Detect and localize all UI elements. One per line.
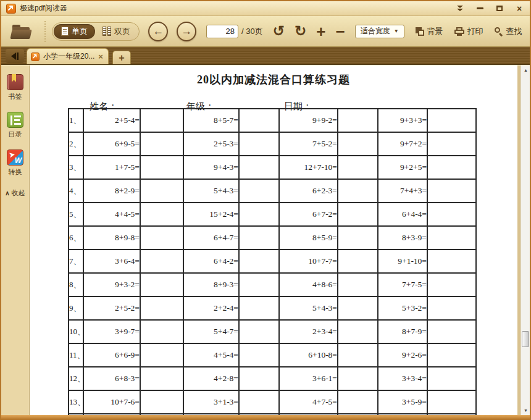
open-file-button[interactable] (11, 22, 32, 41)
answer-cell (239, 179, 279, 203)
problem-cell: 4+7-5= (279, 390, 338, 414)
table-row: 10、3+9-7=5+4-7=2+3-4=8+7-9= (69, 320, 476, 343)
answer-cell (239, 367, 279, 390)
problem-cell: 3+3-4= (378, 367, 427, 390)
problem-cell (83, 414, 140, 415)
problem-cell: 9+2-6= (378, 343, 427, 367)
answer-cell (427, 320, 476, 343)
problem-cell: 3+6-4= (83, 250, 140, 273)
print-button[interactable]: 打印 (454, 26, 483, 37)
problem-cell: 3+6-1= (279, 367, 338, 390)
answer-cell (140, 320, 183, 343)
answer-cell (140, 296, 183, 320)
answer-cell (427, 156, 476, 179)
sidebar-item-label: 目录 (9, 130, 22, 139)
answer-cell (140, 226, 183, 250)
rotate-right-button[interactable]: ↻ (295, 24, 306, 38)
chevron-up-icon: ∧ (5, 190, 9, 196)
answer-cell (140, 179, 183, 203)
scroll-down-button[interactable]: ▼ (521, 406, 530, 415)
app-window: 极速pdf阅读器 × 单页 (0, 0, 531, 420)
previous-page-button[interactable]: ← (148, 22, 168, 41)
table-row: 9、2+5-2=2+2-4=5+4-3=5+3-2= (69, 296, 476, 320)
pdf-doc-icon (31, 52, 40, 61)
worksheet-table-body: 1、2+5-4=8+5-7=9+9-2=9+3+3=2、6+9-5=2+5-3=… (69, 109, 476, 415)
plus-icon: + (316, 23, 325, 40)
row-number: 11、 (69, 343, 83, 367)
table-row-partial (69, 414, 476, 415)
search-icon (495, 27, 503, 36)
table-row: 6、8+9-8=6+4-7=8+5-9=8+3-9= (69, 226, 476, 250)
answer-cell (338, 390, 378, 414)
pdf-page: 20以内加减法混合口算练习题 姓名： 年级： 日期： 1、2+5-4=8+5-7… (30, 65, 517, 415)
answer-cell (338, 320, 378, 343)
row-number: 3、 (69, 156, 83, 179)
answer-cell (427, 226, 476, 250)
new-tab-button[interactable]: + (112, 51, 131, 64)
row-number: 1、 (69, 109, 83, 132)
zoom-out-button[interactable]: − (335, 23, 345, 40)
sidebar-collapse-control[interactable]: ∧ 收起 (5, 188, 25, 198)
problem-cell: 6+7-2= (279, 203, 338, 226)
problem-cell: 9+2+5= (378, 156, 427, 179)
row-number: 10、 (69, 320, 83, 343)
table-row: 13、10+7-6=3+1-3=4+7-5=3+5-9= (69, 390, 476, 414)
find-button[interactable]: 查找 (495, 26, 522, 37)
background-button[interactable]: 背景 (416, 26, 443, 37)
tab-title: 小学一年级20... (43, 51, 94, 62)
problem-cell: 2+5-4= (83, 109, 140, 132)
answer-cell (239, 203, 279, 226)
vertical-scrollbar[interactable]: ▲ ▼ (521, 65, 530, 415)
document-viewer[interactable]: 20以内加减法混合口算练习题 姓名： 年级： 日期： 1、2+5-4=8+5-7… (30, 65, 530, 415)
sidebar-item-toc[interactable]: 目录 (7, 112, 23, 139)
page-number-input[interactable] (206, 25, 238, 38)
problem-cell: 5+4-3= (183, 179, 239, 203)
tab-close-icon[interactable]: × (98, 52, 103, 61)
maximize-icon (496, 6, 503, 11)
problem-cell: 1+7-5= (83, 156, 140, 179)
row-number: 2、 (69, 132, 83, 156)
titlebar: 极速pdf阅读器 × (1, 1, 530, 16)
scroll-up-button[interactable]: ▲ (521, 65, 530, 75)
answer-cell (427, 132, 476, 156)
row-number: 13、 (69, 390, 83, 414)
row-number: 6、 (69, 226, 83, 250)
double-chevron-down-icon (457, 6, 463, 11)
problem-cell: 6+4-2= (183, 250, 239, 273)
document-tab[interactable]: 小学一年级20... × (27, 48, 109, 64)
next-page-button[interactable]: → (177, 22, 196, 41)
rotate-left-button[interactable]: ↺ (273, 24, 285, 38)
window-controls: × (454, 4, 525, 14)
sidebar-collapse-button[interactable] (6, 49, 24, 63)
answer-cell (239, 414, 279, 415)
answer-cell (338, 226, 378, 250)
triangle-down-icon: ▼ (524, 408, 528, 413)
minimize-button[interactable] (474, 4, 485, 14)
zoom-in-button[interactable]: + (316, 23, 325, 40)
problem-cell: 8+9-8= (83, 226, 140, 250)
sidebar-item-bookmark[interactable]: 书签 (7, 74, 23, 101)
bookmark-icon (7, 74, 23, 90)
problem-cell: 4+2-8= (183, 367, 239, 390)
close-button[interactable]: × (514, 4, 525, 14)
table-row: 8、9+3-2=8+9-3=4+8-6=7+7-5= (69, 273, 476, 296)
collapse-label: 收起 (12, 188, 25, 198)
skin-menu-button[interactable] (454, 4, 466, 14)
row-number (69, 414, 83, 415)
single-page-button[interactable]: 单页 (54, 24, 95, 39)
problem-cell: 3+1-3= (183, 390, 239, 414)
row-number: 4、 (69, 179, 83, 203)
tab-bar: 小学一年级20... × + (1, 47, 530, 65)
maximize-button[interactable] (494, 4, 505, 14)
row-number: 5、 (69, 203, 83, 226)
table-row: 5、4+4-5=15+2-4=6+7-2=6+4-4= (69, 203, 476, 226)
row-number: 8、 (69, 273, 83, 296)
worksheet-title: 20以内加减法混合口算练习题 (30, 72, 517, 87)
problem-cell: 7+4+3= (378, 179, 427, 203)
sidebar-item-convert[interactable]: ➤ W 转换 (7, 149, 23, 177)
double-page-button[interactable]: 双页 (95, 24, 138, 39)
scrollbar-thumb[interactable] (522, 331, 529, 347)
problem-cell: 2+3-4= (279, 320, 338, 343)
table-of-contents-icon (7, 112, 23, 128)
fit-width-dropdown[interactable]: 适合宽度 ▼ (355, 25, 404, 38)
